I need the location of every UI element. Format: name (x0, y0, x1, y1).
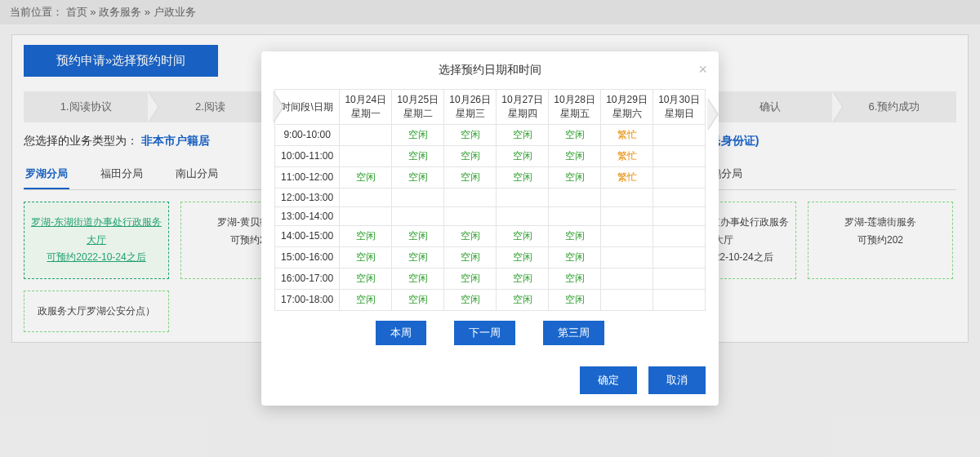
schedule-modal: 选择预约日期和时间 × 时间段\日期10月24日星期一10月25日星期二10月2… (261, 51, 719, 406)
schedule-cell[interactable]: 空闲 (392, 145, 444, 166)
time-slot-label: 9:00-10:00 (275, 124, 340, 145)
schedule-cell[interactable]: 空闲 (549, 166, 601, 188)
schedule-cell[interactable]: 空闲 (444, 225, 497, 246)
schedule-row: 17:00-18:00空闲空闲空闲空闲空闲 (275, 289, 706, 310)
schedule-cell (340, 206, 392, 225)
schedule-cell (601, 246, 653, 268)
schedule-cell[interactable]: 空闲 (549, 124, 601, 145)
schedule-cell[interactable]: 空闲 (392, 124, 444, 145)
schedule-day-header: 10月24日星期一 (340, 90, 392, 125)
schedule-day-header: 10月25日星期二 (392, 90, 444, 125)
time-slot-label: 15:00-16:00 (275, 246, 340, 268)
schedule-cell[interactable]: 空闲 (497, 124, 549, 145)
week-next-button[interactable]: 下一周 (454, 321, 515, 345)
schedule-cell[interactable]: 空闲 (340, 246, 392, 268)
schedule-cell[interactable]: 繁忙 (601, 145, 653, 166)
schedule-cell[interactable]: 空闲 (549, 246, 601, 268)
modal-header: 选择预约日期和时间 × (261, 51, 719, 89)
schedule-cell (392, 206, 444, 225)
schedule-cell[interactable]: 空闲 (444, 145, 497, 166)
time-slot-label: 12:00-13:00 (275, 188, 340, 206)
schedule-cell[interactable]: 繁忙 (601, 166, 653, 188)
schedule-cell (340, 145, 392, 166)
schedule-day-header: 10月30日星期日 (653, 90, 706, 125)
schedule-row: 16:00-17:00空闲空闲空闲空闲空闲 (275, 268, 706, 289)
schedule-row: 15:00-16:00空闲空闲空闲空闲空闲 (275, 246, 706, 268)
schedule-cell (653, 289, 706, 310)
schedule-cell (601, 206, 653, 225)
schedule-cell (549, 206, 601, 225)
schedule-cell[interactable]: 空闲 (392, 246, 444, 268)
schedule-cell (497, 206, 549, 225)
schedule-cell[interactable]: 空闲 (340, 166, 392, 188)
ok-button[interactable]: 确定 (580, 366, 637, 394)
schedule-cell (653, 246, 706, 268)
schedule-cell (601, 289, 653, 310)
schedule-cell[interactable]: 空闲 (444, 124, 497, 145)
schedule-cell[interactable]: 空闲 (497, 246, 549, 268)
schedule-cell (601, 188, 653, 206)
time-slot-label: 10:00-11:00 (275, 145, 340, 166)
schedule-cell (653, 166, 706, 188)
schedule-cell[interactable]: 繁忙 (601, 124, 653, 145)
schedule-cell (653, 225, 706, 246)
schedule-day-header: 10月29日星期六 (601, 90, 653, 125)
time-slot-label: 13:00-14:00 (275, 206, 340, 225)
schedule-cell[interactable]: 空闲 (392, 166, 444, 188)
schedule-cell (392, 188, 444, 206)
schedule-cell (653, 206, 706, 225)
schedule-cell[interactable]: 空闲 (497, 225, 549, 246)
schedule-cell (444, 188, 497, 206)
schedule-row: 12:00-13:00 (275, 188, 706, 206)
time-slot-label: 16:00-17:00 (275, 268, 340, 289)
schedule-cell (653, 188, 706, 206)
schedule-cell[interactable]: 空闲 (340, 268, 392, 289)
schedule-cell[interactable]: 空闲 (497, 166, 549, 188)
schedule-day-header: 10月26日星期三 (444, 90, 497, 125)
schedule-cell (497, 188, 549, 206)
schedule-cell (653, 145, 706, 166)
schedule-day-header: 10月28日星期五 (549, 90, 601, 125)
time-slot-label: 14:00-15:00 (275, 225, 340, 246)
schedule-cell (601, 268, 653, 289)
cancel-button[interactable]: 取消 (648, 366, 706, 394)
close-icon[interactable]: × (698, 61, 707, 78)
schedule-table: 时间段\日期10月24日星期一10月25日星期二10月26日星期三10月27日星… (274, 89, 706, 311)
schedule-cell[interactable]: 空闲 (392, 225, 444, 246)
schedule-cell[interactable]: 空闲 (444, 289, 497, 310)
schedule-cell[interactable]: 空闲 (549, 225, 601, 246)
schedule-cell (601, 225, 653, 246)
schedule-row: 9:00-10:00空闲空闲空闲空闲繁忙 (275, 124, 706, 145)
schedule-day-header: 10月27日星期四 (497, 90, 549, 125)
schedule-cell (653, 268, 706, 289)
schedule-row: 10:00-11:00空闲空闲空闲空闲繁忙 (275, 145, 706, 166)
schedule-cell[interactable]: 空闲 (392, 289, 444, 310)
schedule-cell[interactable]: 空闲 (392, 268, 444, 289)
schedule-cell[interactable]: 空闲 (444, 246, 497, 268)
modal-overlay: 选择预约日期和时间 × 时间段\日期10月24日星期一10月25日星期二10月2… (0, 0, 980, 457)
schedule-cell[interactable]: 空闲 (444, 166, 497, 188)
schedule-cell[interactable]: 空闲 (497, 268, 549, 289)
schedule-cell (653, 124, 706, 145)
schedule-cell[interactable]: 空闲 (549, 289, 601, 310)
schedule-cell[interactable]: 空闲 (497, 289, 549, 310)
schedule-row: 13:00-14:00 (275, 206, 706, 225)
week-this-button[interactable]: 本周 (376, 321, 426, 345)
time-slot-label: 11:00-12:00 (275, 166, 340, 188)
schedule-cell[interactable]: 空闲 (549, 145, 601, 166)
time-slot-label: 17:00-18:00 (275, 289, 340, 310)
schedule-row: 14:00-15:00空闲空闲空闲空闲空闲 (275, 225, 706, 246)
schedule-cell (549, 188, 601, 206)
schedule-cell[interactable]: 空闲 (444, 268, 497, 289)
schedule-cell (340, 124, 392, 145)
schedule-cell[interactable]: 空闲 (497, 145, 549, 166)
schedule-cell[interactable]: 空闲 (340, 225, 392, 246)
schedule-corner: 时间段\日期 (275, 90, 340, 125)
schedule-cell (444, 206, 497, 225)
schedule-cell (340, 188, 392, 206)
modal-title: 选择预约日期和时间 (439, 63, 541, 76)
week-buttons: 本周 下一周 第三周 (274, 321, 706, 345)
week-third-button[interactable]: 第三周 (543, 321, 604, 345)
schedule-cell[interactable]: 空闲 (549, 268, 601, 289)
schedule-cell[interactable]: 空闲 (340, 289, 392, 310)
